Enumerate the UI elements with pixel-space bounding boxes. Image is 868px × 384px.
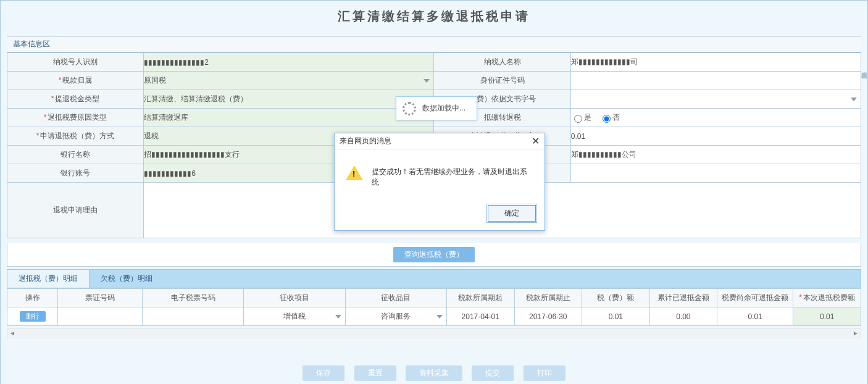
value-taxpayer-id[interactable]: ▮▮▮▮▮▮▮▮▮▮▮▮▮▮2 <box>144 53 434 72</box>
radio-transfer[interactable]: 是 否 <box>570 109 861 127</box>
query-refund-button[interactable]: 查询退抵税（费） <box>393 247 475 262</box>
scroll-right-icon[interactable]: ► <box>851 329 861 338</box>
collect-button[interactable]: 资料采集 <box>406 365 462 381</box>
print-button[interactable]: 打印 <box>524 365 565 381</box>
th-op: 操作 <box>7 289 58 307</box>
value-reason-type[interactable]: 结算清缴退库 <box>144 109 434 127</box>
radio-transfer-no[interactable] <box>603 115 611 123</box>
dialog-body: 提交成功！若无需继续办理业务，请及时退出系统 <box>335 149 545 201</box>
detail-tabs: 退抵税（费）明细 欠税（费）明细 <box>7 269 861 288</box>
label-bank-name: 银行名称 <box>7 146 144 164</box>
label-apply-method: *申请退抵税（费）方式 <box>7 127 144 146</box>
reset-button[interactable]: 重置 <box>354 365 396 381</box>
dialog-title: 来自网页的消息 <box>340 136 391 146</box>
tab-refund-detail[interactable]: 退抵税（费）明细 <box>7 270 90 288</box>
cell-this-time[interactable]: 0.01 <box>793 307 861 326</box>
cell-refunded: 0.00 <box>649 307 717 326</box>
cell-remain: 0.01 <box>717 307 793 326</box>
th-period-from: 税款所属期起 <box>447 289 515 307</box>
footer-buttons: 保存 重置 资料采集 提交 打印 <box>1 341 867 384</box>
dialog-titlebar: 来自网页的消息 ✕ <box>335 133 545 149</box>
th-period-to: 税款所属期止 <box>514 289 582 307</box>
loading-indicator: 数据加载中... <box>396 96 477 120</box>
value-blank <box>570 164 861 183</box>
cell-cert-no[interactable] <box>58 307 143 326</box>
label-bank-acct: 银行账号 <box>7 164 144 183</box>
value-apply-amount: 0.01 <box>570 127 861 146</box>
cell-period-from: 2017-04-01 <box>447 307 515 326</box>
value-taxpayer-name: 郑▮▮▮▮▮▮▮▮▮▮▮▮司 <box>570 53 861 72</box>
dialog-message: 提交成功！若无需继续办理业务，请及时退出系统 <box>372 167 533 188</box>
section-header-basic: 基本信息区 <box>7 36 861 52</box>
detail-table: 操作 票证号码 电子税票号码 征收项目 征收品目 税款所属期起 税款所属期止 税… <box>7 288 861 326</box>
spinner-icon <box>403 102 416 115</box>
select-refund-type[interactable]: 汇算清缴、结算清缴退税（费） <box>144 90 434 109</box>
cell-e-invoice[interactable] <box>143 307 244 326</box>
label-id-no: 身份证件号码 <box>434 72 570 90</box>
chevron-down-icon <box>436 315 443 319</box>
cell-period-to: 2017-06-30 <box>514 307 582 326</box>
label-taxpayer-id: 纳税号人识别 <box>7 53 144 72</box>
close-icon[interactable]: ✕ <box>532 137 540 146</box>
tab-owed-detail[interactable]: 欠税（费）明细 <box>90 270 164 288</box>
th-e-invoice: 电子税票号码 <box>143 289 244 307</box>
label-reason: 退税申请理由 <box>7 183 144 238</box>
value-account-name: 郑▮▮▮▮▮▮▮▮▮▮公司 <box>570 146 861 164</box>
message-dialog: 来自网页的消息 ✕ 提交成功！若无需继续办理业务，请及时退出系统 确定 <box>334 133 545 231</box>
loading-text: 数据加载中... <box>422 104 465 112</box>
cell-levy-sub[interactable]: 咨询服务 <box>345 307 446 326</box>
label-tax-attr: *税款归属 <box>7 72 144 90</box>
page-title: 汇算清缴结算多缴退抵税申请 <box>1 1 867 36</box>
th-cert-no: 票证号码 <box>58 289 143 307</box>
select-doc-no[interactable] <box>570 90 861 109</box>
cell-tax-amt: 0.01 <box>582 307 650 326</box>
delete-row-button[interactable]: 删行 <box>20 311 46 322</box>
label-reason-type: *退抵税费原因类型 <box>7 109 144 127</box>
cell-levy-item[interactable]: 增值税 <box>244 307 345 326</box>
th-levy-item: 征收项目 <box>244 289 345 307</box>
th-levy-sub: 征收品目 <box>345 289 446 307</box>
th-tax-amt: 税（费）额 <box>582 289 650 307</box>
dialog-ok-button[interactable]: 确定 <box>488 205 536 222</box>
save-button[interactable]: 保存 <box>303 365 344 381</box>
value-id-no[interactable] <box>570 72 861 90</box>
horizontal-scrollbar[interactable]: ◄ ► <box>7 328 861 338</box>
chevron-down-icon <box>424 79 430 83</box>
scroll-left-icon[interactable]: ◄ <box>7 329 17 338</box>
radio-transfer-yes[interactable] <box>574 115 582 123</box>
submit-button[interactable]: 提交 <box>472 365 514 381</box>
label-refund-type: *提退税金类型 <box>7 90 144 109</box>
page-container: 汇算清缴结算多缴退抵税申请 基本信息区 纳税号人识别 ▮▮▮▮▮▮▮▮▮▮▮▮▮… <box>0 0 868 384</box>
select-tax-attr[interactable]: 原国税 <box>144 72 434 90</box>
th-refunded: 累计已退抵金额 <box>649 289 717 307</box>
th-remain: 税费尚余可退抵金额 <box>717 289 793 307</box>
table-row: 删行 增值税 咨询服务 2017-04-01 2017-06-30 0.01 0… <box>7 307 861 326</box>
chevron-down-icon <box>851 98 857 101</box>
warning-icon <box>346 165 363 180</box>
query-bar: 查询退抵税（费） <box>7 243 861 267</box>
chevron-down-icon <box>335 315 341 319</box>
label-taxpayer-name: 纳税人名称 <box>434 53 570 72</box>
th-this-time: *本次退抵税费额 <box>793 289 861 307</box>
